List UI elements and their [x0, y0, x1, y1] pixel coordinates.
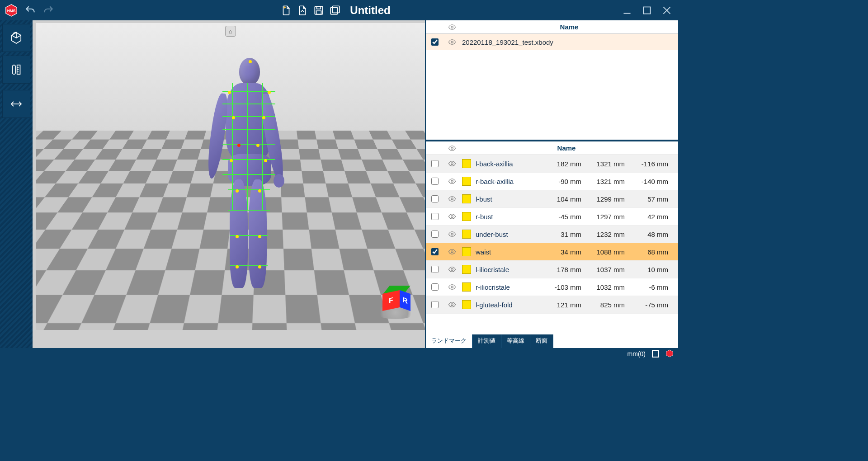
maximize-button[interactable]	[641, 5, 653, 16]
open-file-icon[interactable]	[297, 5, 308, 16]
new-file-icon[interactable]	[280, 5, 292, 16]
landmark-row[interactable]: l-bust104 mm1299 mm57 mm	[426, 190, 678, 208]
file-list-panel: Name 20220118_193021_test.xbody	[426, 20, 678, 141]
viewport-3d[interactable]: ⌂	[36, 23, 425, 330]
color-swatch[interactable]	[462, 300, 471, 309]
landmark-checkbox[interactable]	[431, 283, 439, 291]
svg-point-22	[451, 180, 453, 183]
svg-text:HMS: HMS	[7, 8, 16, 13]
right-panels: Name 20220118_193021_test.xbody Name l-b…	[425, 20, 678, 348]
landmark-checkbox[interactable]	[431, 160, 439, 167]
visibility-toggle-icon[interactable]	[444, 265, 460, 273]
navigation-cube[interactable]: F R	[380, 285, 411, 316]
landmark-checkbox[interactable]	[431, 178, 439, 185]
landmark-row[interactable]: r-back-axillia-90 mm1321 mm-140 mm	[426, 173, 678, 190]
landmark-x: -45 mm	[543, 213, 587, 221]
save-all-icon[interactable]	[329, 5, 341, 16]
tool-model-view[interactable]	[2, 24, 30, 52]
visibility-toggle-icon[interactable]	[444, 212, 460, 221]
color-swatch[interactable]	[462, 265, 471, 274]
landmark-checkbox[interactable]	[431, 301, 439, 308]
landmark-checkbox[interactable]	[431, 195, 439, 202]
file-name-header[interactable]: Name	[460, 23, 678, 31]
status-app-icon[interactable]	[665, 349, 674, 359]
landmark-name: r-iliocristale	[476, 283, 543, 291]
svg-rect-7	[333, 6, 340, 13]
landmark-x: 31 mm	[543, 230, 587, 238]
landmark-header: Name	[426, 141, 678, 155]
landmark-row[interactable]: r-iliocristale-103 mm1032 mm-6 mm	[426, 278, 678, 296]
file-row-checkbox[interactable]	[431, 38, 439, 46]
color-swatch[interactable]	[462, 159, 471, 168]
landmark-row[interactable]: l-back-axillia182 mm1321 mm-116 mm	[426, 155, 678, 173]
body-mesh[interactable]	[199, 47, 294, 301]
landmark-z: -140 mm	[630, 178, 674, 185]
landmark-row[interactable]: r-bust-45 mm1297 mm42 mm	[426, 208, 678, 226]
status-unit[interactable]: mm(0)	[627, 350, 646, 358]
visibility-toggle-icon[interactable]	[444, 160, 460, 168]
visibility-toggle-icon[interactable]	[444, 195, 460, 203]
landmark-row[interactable]: waist34 mm1088 mm68 mm	[426, 243, 678, 261]
status-square-icon[interactable]	[652, 350, 659, 358]
landmark-checkbox[interactable]	[431, 230, 439, 238]
landmark-name: waist	[476, 248, 543, 256]
landmark-x: 178 mm	[543, 266, 587, 273]
save-icon[interactable]	[313, 5, 325, 16]
landmark-x: 182 mm	[543, 160, 587, 168]
landmark-name: l-gluteal-fold	[476, 301, 543, 309]
svg-rect-9	[643, 7, 650, 14]
color-swatch[interactable]	[462, 230, 471, 239]
landmark-y: 825 mm	[587, 301, 630, 309]
tab-3[interactable]: 断面	[530, 334, 553, 348]
landmark-y: 1088 mm	[587, 248, 630, 256]
svg-point-2	[284, 6, 286, 8]
visibility-toggle-icon[interactable]	[444, 230, 460, 238]
landmark-row[interactable]: l-gluteal-fold121 mm825 mm-75 mm	[426, 296, 678, 314]
close-button[interactable]	[661, 5, 673, 16]
visibility-toggle-icon[interactable]	[444, 301, 460, 309]
visibility-toggle-icon[interactable]	[444, 177, 460, 185]
bottom-tabs: ランドマーク計測値等高線断面	[426, 334, 678, 348]
color-swatch[interactable]	[462, 282, 471, 292]
visibility-toggle-icon[interactable]	[444, 283, 460, 291]
tab-2[interactable]: 等高線	[501, 334, 530, 348]
landmark-z: 48 mm	[630, 230, 674, 238]
left-toolbar	[0, 20, 33, 348]
visibility-toggle-icon[interactable]	[444, 38, 460, 46]
redo-icon[interactable]	[42, 5, 54, 16]
landmark-checkbox[interactable]	[431, 213, 439, 220]
landmark-row[interactable]: under-bust31 mm1232 mm48 mm	[426, 226, 678, 243]
landmark-list[interactable]: l-back-axillia182 mm1321 mm-116 mmr-back…	[426, 155, 678, 334]
svg-point-24	[451, 216, 453, 218]
landmark-y: 1037 mm	[587, 266, 630, 273]
main-area: ⌂	[0, 20, 678, 348]
tool-resize[interactable]	[2, 90, 30, 118]
undo-icon[interactable]	[24, 5, 36, 16]
landmark-y: 1299 mm	[587, 195, 630, 203]
file-row[interactable]: 20220118_193021_test.xbody	[426, 34, 678, 50]
tab-0[interactable]: ランドマーク	[426, 334, 472, 348]
color-swatch[interactable]	[462, 247, 471, 256]
view-home-icon[interactable]: ⌂	[225, 26, 236, 37]
minimize-button[interactable]	[621, 5, 633, 16]
svg-point-21	[451, 163, 453, 165]
landmark-panel: Name l-back-axillia182 mm1321 mm-116 mmr…	[426, 141, 678, 348]
svg-rect-12	[13, 65, 16, 74]
tool-measure[interactable]	[2, 56, 30, 84]
landmark-name-header[interactable]: Name	[460, 144, 673, 152]
svg-point-20	[451, 147, 453, 149]
color-swatch[interactable]	[462, 194, 471, 203]
document-title: Untitled	[345, 2, 395, 19]
tab-1[interactable]: 計測値	[472, 334, 501, 348]
visibility-toggle-icon[interactable]	[444, 248, 460, 256]
color-swatch[interactable]	[462, 177, 471, 186]
landmark-name: r-back-axillia	[476, 178, 543, 185]
landmark-checkbox[interactable]	[431, 248, 439, 255]
nav-cube-front[interactable]: F	[382, 290, 400, 311]
landmark-x: -103 mm	[543, 283, 587, 291]
status-bar: mm(0)	[0, 348, 678, 360]
landmark-y: 1321 mm	[587, 160, 630, 168]
landmark-row[interactable]: l-iliocristale178 mm1037 mm10 mm	[426, 261, 678, 278]
landmark-checkbox[interactable]	[431, 266, 439, 273]
color-swatch[interactable]	[462, 212, 471, 221]
